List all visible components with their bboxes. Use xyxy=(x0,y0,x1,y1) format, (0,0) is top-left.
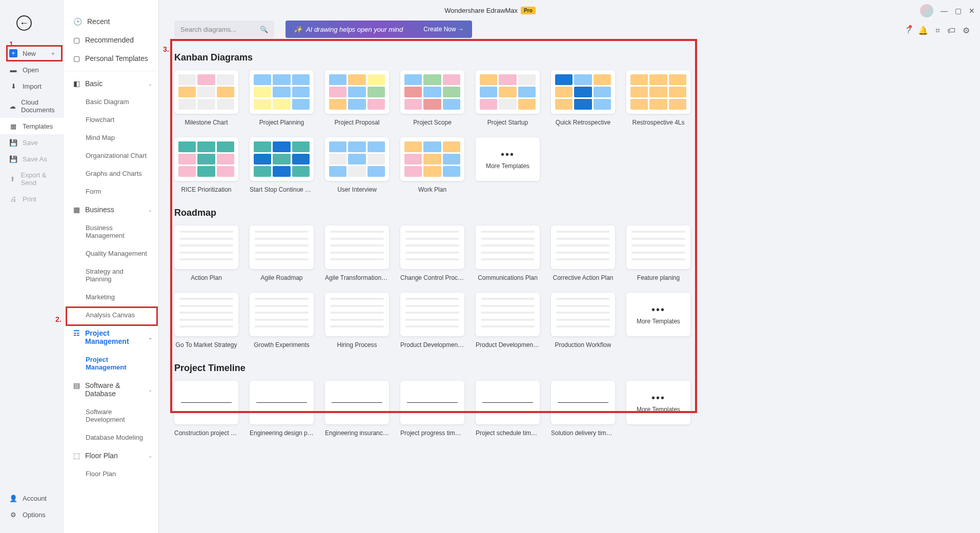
basic-label: Basic xyxy=(85,79,103,88)
template-card[interactable]: Go To Market Strategy xyxy=(174,293,238,348)
cat-sub-item[interactable]: Database Modeling xyxy=(64,428,158,446)
template-card[interactable]: Feature planing xyxy=(626,225,690,281)
sparkle-icon: ✨ xyxy=(294,26,302,33)
options-button[interactable]: ⚙Options xyxy=(0,506,64,523)
search-placeholder: Search diagrams... xyxy=(180,26,236,33)
template-card[interactable]: Project Scope xyxy=(400,70,464,126)
section-title: Roadmap xyxy=(174,208,965,218)
cat-sub-item[interactable]: Strategy and Planning xyxy=(64,262,158,288)
open-button[interactable]: ▬Open xyxy=(0,61,64,78)
cat-basic[interactable]: ◧Basic⌄ xyxy=(64,74,158,93)
recent-label: Recent xyxy=(87,17,110,26)
template-card[interactable]: Change Control Process xyxy=(400,225,464,281)
template-card[interactable]: Growth Experiments xyxy=(250,293,314,348)
import-button[interactable]: ⬇Import xyxy=(0,78,64,94)
template-label: Product Development Roa... xyxy=(400,341,464,348)
cat-sub-item[interactable]: Graphs and Charts xyxy=(64,165,158,182)
search-row: Search diagrams... 🔍 ✨AI drawing helps o… xyxy=(174,20,965,38)
template-card[interactable]: Engineering design phase t... xyxy=(250,381,314,437)
cat-sub-item[interactable]: Marketing xyxy=(64,288,158,306)
template-card[interactable]: Restrospective 4Ls xyxy=(626,70,690,126)
cat-software[interactable]: ▤Software & Database⌄ xyxy=(64,376,158,403)
folder-icon: ▬ xyxy=(9,66,17,74)
account-icon: 👤 xyxy=(9,494,17,502)
template-card[interactable]: Agile Roadmap xyxy=(250,225,314,281)
cat-sub-item[interactable]: Basic Diagram xyxy=(64,93,158,111)
template-card[interactable]: Start Stop Continue Retros... xyxy=(250,137,314,193)
template-card[interactable]: Solution delivery timeline xyxy=(551,381,615,437)
template-card[interactable]: Production Workflow xyxy=(551,293,615,348)
template-grid: Action PlanAgile RoadmapAgile Transforma… xyxy=(174,225,965,348)
annotation-3: 3. xyxy=(163,45,169,53)
cat-sub-item[interactable]: Analysis Canvas xyxy=(64,306,158,324)
more-templates-card[interactable]: •••More Templates xyxy=(626,381,690,437)
template-card[interactable]: Action Plan xyxy=(174,225,238,281)
template-label: User Interview xyxy=(337,186,377,193)
template-label: Work Plan xyxy=(418,186,446,193)
cat-sub-item[interactable]: Project Management xyxy=(64,351,158,376)
template-card[interactable]: Hiring Process xyxy=(325,293,389,348)
template-card[interactable]: Work Plan xyxy=(400,137,464,193)
template-card[interactable]: Project progress timeline xyxy=(400,381,464,437)
cat-personal[interactable]: ▢Personal Templates xyxy=(64,49,158,68)
back-button[interactable]: ← xyxy=(16,15,32,31)
template-card[interactable]: Milestone Chart xyxy=(174,70,238,126)
cat-sub-item[interactable]: Quality Management xyxy=(64,244,158,262)
export-send-button[interactable]: ⬆Export & Send xyxy=(0,167,64,191)
template-card[interactable]: Communications Plan xyxy=(476,225,540,281)
search-input[interactable]: Search diagrams... 🔍 xyxy=(174,20,274,38)
print-button[interactable]: 🖨Print xyxy=(0,191,64,207)
template-card[interactable]: Construction project timeli... xyxy=(174,381,238,437)
templates-button[interactable]: ▦Templates xyxy=(0,118,64,134)
template-label: Change Control Process xyxy=(400,274,464,281)
cloud-documents-button[interactable]: ☁Cloud Documents xyxy=(0,94,64,118)
template-label: Project Planning xyxy=(259,119,304,126)
more-templates-card[interactable]: •••More Templates xyxy=(476,137,540,193)
save-as-button[interactable]: 💾Save As xyxy=(0,151,64,167)
template-card[interactable]: Product Development Roa... xyxy=(476,293,540,348)
software-label: Software & Database xyxy=(85,381,143,398)
basic-icon: ◧ xyxy=(73,79,80,88)
template-grid: Milestone ChartProject PlanningProject P… xyxy=(174,70,965,193)
cat-project-management[interactable]: ☶Project Management⌄ xyxy=(64,324,158,351)
cat-recent[interactable]: 🕒Recent xyxy=(64,12,158,31)
template-label: Engineering design phase t... xyxy=(250,429,314,437)
cat-business[interactable]: ▦Business⌄ xyxy=(64,200,158,219)
recommended-label: Recommended xyxy=(85,36,134,44)
template-card[interactable]: Product Development Roa... xyxy=(400,293,464,348)
account-button[interactable]: 👤Account xyxy=(0,490,64,506)
template-card[interactable]: Engineering insurance effe... xyxy=(325,381,389,437)
cat-sub-item[interactable]: Organizational Chart xyxy=(64,147,158,165)
new-label: New xyxy=(23,50,36,57)
template-card[interactable]: Project Proposal xyxy=(325,70,389,126)
cat-floorplan[interactable]: ⬚Floor Plan⌄ xyxy=(64,446,158,465)
account-label: Account xyxy=(23,495,47,502)
template-card[interactable]: RICE Prioritization xyxy=(174,137,238,193)
more-templates-card[interactable]: •••More Templates xyxy=(626,293,690,348)
cat-sub-item[interactable]: Software Development xyxy=(64,403,158,428)
template-card[interactable]: Project Planning xyxy=(250,70,314,126)
cat-sub-item[interactable]: Flowchart xyxy=(64,111,158,129)
template-card[interactable]: Corrective Action Plan xyxy=(551,225,615,281)
search-icon: 🔍 xyxy=(260,26,268,33)
chevron-down-icon: ⌄ xyxy=(148,387,152,393)
save-label: Save xyxy=(23,139,38,147)
save-button[interactable]: 💾Save xyxy=(0,134,64,151)
template-card[interactable]: Project schedule timeline xyxy=(476,381,540,437)
export-label: Export & Send xyxy=(21,171,55,187)
section-title: Project Timeline xyxy=(174,363,965,374)
cat-sub-item[interactable]: Business Management xyxy=(64,219,158,244)
template-card[interactable]: Quick Retrospective xyxy=(551,70,615,126)
star-icon: ▢ xyxy=(73,36,80,44)
template-card[interactable]: Project Startup xyxy=(476,70,540,126)
ai-banner-cta[interactable]: Create Now → xyxy=(423,26,464,33)
cat-sub-item[interactable]: Form xyxy=(64,182,158,200)
cat-sub-item[interactable]: Mind Map xyxy=(64,129,158,147)
templates-label: Templates xyxy=(23,122,53,130)
cloud-icon: ☁ xyxy=(9,102,16,110)
template-card[interactable]: User Interview xyxy=(325,137,389,193)
ai-banner[interactable]: ✨AI drawing helps open your mind Create … xyxy=(285,20,472,38)
cat-sub-item[interactable]: Floor Plan xyxy=(64,465,158,483)
cat-recommended[interactable]: ▢Recommended xyxy=(64,31,158,49)
template-card[interactable]: Agile Transformation Road... xyxy=(325,225,389,281)
